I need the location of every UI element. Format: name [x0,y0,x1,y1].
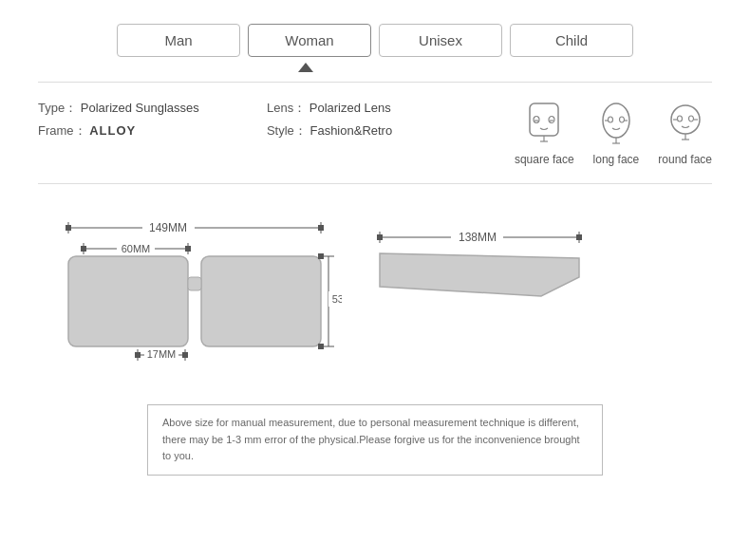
svg-text:53MM: 53MM [332,293,342,305]
note-line2: there may be 1-3 mm error of the physica… [162,432,588,465]
section-divider-2 [38,183,712,184]
face-item-round: round face [658,100,712,166]
product-info-section: Type： Polarized Sunglasses Frame： ALLOY … [38,90,712,174]
svg-rect-45 [318,225,324,231]
type-row: Type： Polarized Sunglasses [38,100,267,117]
face-item-long: long face [593,100,640,166]
indicator-slot-child [521,63,645,72]
svg-text:138MM: 138MM [459,231,497,244]
type-label: Type： [38,101,77,115]
frame-label: Frame： [38,123,86,138]
lens-row: Lens： Polarized Lens [267,100,496,117]
active-tab-indicator [298,63,313,72]
round-face-icon [665,100,706,149]
frame-value: ALLOY [89,123,136,138]
lens-label: Lens： [267,101,306,115]
dimensions-section: 149MM 60MM 53MM [38,192,712,391]
tab-man[interactable]: Man [117,24,240,57]
info-right-column: Lens： Polarized Lens Style： Fashion&Retr… [267,100,496,140]
svg-point-3 [534,117,539,123]
svg-point-18 [688,116,693,121]
section-divider-1 [38,82,712,83]
svg-rect-50 [135,352,141,358]
svg-rect-49 [318,344,324,349]
svg-rect-32 [201,256,321,346]
tab-woman[interactable]: Woman [248,24,371,57]
face-type-icons: square face long face [515,100,712,166]
indicator-slot-unisex [383,63,506,72]
svg-rect-48 [318,253,324,259]
frame-row: Frame： ALLOY [38,122,267,140]
bottom-section: Above size for manual measurement, due t… [38,397,712,476]
svg-point-10 [608,117,612,122]
square-face-label: square face [515,153,574,166]
indicator-slot-man [105,63,229,72]
tab-child[interactable]: Child [510,24,633,57]
style-label: Style： [267,123,307,138]
svg-rect-44 [66,225,71,231]
indicator-slot-woman [244,63,367,72]
svg-rect-57 [377,234,383,240]
square-face-icon [523,100,565,149]
long-face-icon [595,100,637,149]
type-value: Polarized Sunglasses [81,101,199,115]
svg-point-11 [619,117,624,122]
svg-point-17 [677,116,682,121]
measurement-note: Above size for manual measurement, due t… [147,404,603,476]
note-line1: Above size for manual measurement, due t… [162,415,588,432]
tab-indicator-row [38,63,712,72]
svg-rect-47 [185,246,191,252]
lens-value: Polarized Lens [309,101,391,115]
svg-marker-59 [380,253,579,296]
side-glasses-diagram: 138MM [370,201,589,391]
face-item-square: square face [515,100,574,166]
svg-rect-58 [576,234,582,240]
svg-rect-46 [81,246,86,252]
long-face-label: long face [593,153,640,166]
svg-rect-31 [68,256,188,346]
svg-text:17MM: 17MM [147,348,177,360]
round-face-label: round face [658,153,712,166]
svg-text:60MM: 60MM [122,243,151,254]
tab-unisex[interactable]: Unisex [379,24,502,57]
tab-bar: Man Woman Unisex Child [38,14,712,61]
svg-point-4 [549,117,554,123]
info-left-column: Type： Polarized Sunglasses Frame： ALLOY [38,100,267,140]
svg-text:149MM: 149MM [149,221,187,234]
style-row: Style： Fashion&Retro [267,122,496,140]
svg-rect-33 [188,277,201,290]
main-container: Man Woman Unisex Child Type： Polarized S… [0,0,750,560]
front-glasses-diagram: 149MM 60MM 53MM [47,201,342,391]
style-value: Fashion&Retro [309,123,392,138]
svg-rect-51 [182,352,188,358]
